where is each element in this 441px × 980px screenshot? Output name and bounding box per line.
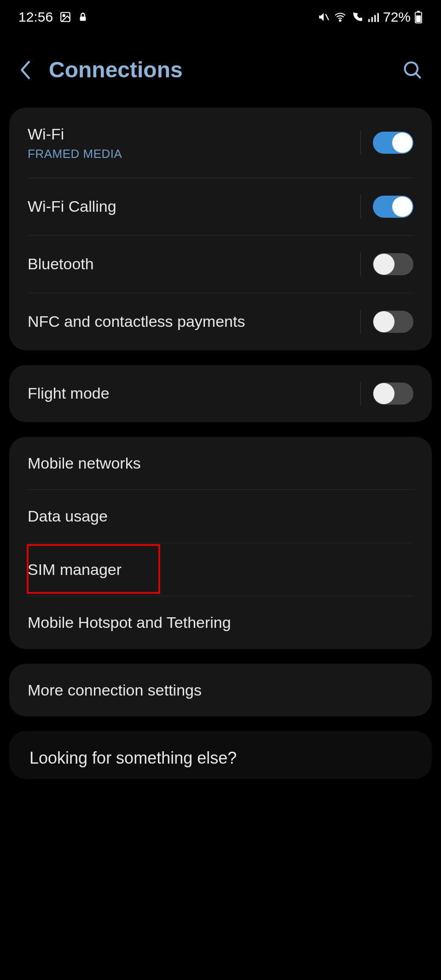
wifi-icon xyxy=(333,11,347,23)
row-label: Data usage xyxy=(28,506,413,526)
signal-icon xyxy=(367,11,379,23)
row-label: SIM manager xyxy=(28,560,413,580)
row-label: Bluetooth xyxy=(28,254,360,274)
row-content: NFC and contactless payments xyxy=(28,312,360,331)
svg-line-3 xyxy=(325,14,329,20)
svg-rect-11 xyxy=(417,11,420,12)
row-sim-manager[interactable]: SIM manager xyxy=(9,543,432,596)
row-hotspot-tethering[interactable]: Mobile Hotspot and Tethering xyxy=(9,596,432,649)
separator xyxy=(360,252,361,276)
svg-point-1 xyxy=(63,15,65,17)
svg-line-13 xyxy=(416,73,420,77)
battery-percent: 72% xyxy=(383,9,411,25)
svg-rect-7 xyxy=(374,15,376,22)
row-label: Wi-Fi Calling xyxy=(28,197,360,216)
status-bar: 12:56 72% xyxy=(0,0,441,32)
row-content: Wi-Fi Calling xyxy=(28,197,360,216)
svg-rect-6 xyxy=(371,17,373,22)
row-content: SIM manager xyxy=(28,560,413,580)
toggle-wifi-calling[interactable] xyxy=(373,196,413,218)
row-content: Wi-Fi FRAMED MEDIA xyxy=(28,124,360,161)
separator xyxy=(360,382,361,406)
toggle-nfc[interactable] xyxy=(373,311,413,333)
separator xyxy=(360,131,361,155)
header: Connections xyxy=(0,32,441,108)
row-content: Mobile Hotspot and Tethering xyxy=(28,613,413,632)
row-mobile-networks[interactable]: Mobile networks xyxy=(9,437,432,490)
row-sublabel: FRAMED MEDIA xyxy=(28,147,360,161)
row-wifi-calling[interactable]: Wi-Fi Calling xyxy=(9,178,432,235)
row-nfc[interactable]: NFC and contactless payments xyxy=(9,293,432,350)
separator xyxy=(360,195,361,219)
row-content: Mobile networks xyxy=(28,453,413,473)
back-button[interactable] xyxy=(18,60,49,80)
svg-rect-5 xyxy=(368,19,370,22)
row-label: NFC and contactless payments xyxy=(28,312,360,331)
svg-rect-2 xyxy=(80,17,86,21)
settings-group: Flight mode xyxy=(9,365,432,422)
row-content: More connection settings xyxy=(28,680,413,700)
svg-point-4 xyxy=(339,20,341,21)
status-right: 72% xyxy=(318,9,423,25)
row-flight-mode[interactable]: Flight mode xyxy=(9,365,432,422)
toggle-wifi[interactable] xyxy=(373,132,413,154)
wifi-calling-icon xyxy=(351,11,364,23)
page-title: Connections xyxy=(49,57,402,82)
row-label: More connection settings xyxy=(28,680,413,700)
row-label: Mobile Hotspot and Tethering xyxy=(28,613,413,632)
mute-icon xyxy=(318,11,330,23)
status-time: 12:56 xyxy=(18,9,53,25)
status-left: 12:56 xyxy=(18,9,88,25)
row-wifi[interactable]: Wi-Fi FRAMED MEDIA xyxy=(9,108,432,178)
settings-group: More connection settings xyxy=(9,664,432,717)
svg-rect-10 xyxy=(416,16,421,23)
row-content: Data usage xyxy=(28,506,413,526)
toggle-bluetooth[interactable] xyxy=(373,253,413,275)
footer-prompt: Looking for something else? xyxy=(9,731,432,779)
toggle-flight-mode[interactable] xyxy=(373,383,413,405)
settings-group: Wi-Fi FRAMED MEDIA Wi-Fi Calling Bluetoo… xyxy=(9,108,432,350)
settings-group: Mobile networks Data usage SIM manager M… xyxy=(9,437,432,649)
row-label: Flight mode xyxy=(28,383,360,403)
row-more-connection-settings[interactable]: More connection settings xyxy=(9,664,432,717)
row-data-usage[interactable]: Data usage xyxy=(9,490,432,543)
svg-rect-8 xyxy=(377,13,379,22)
image-icon xyxy=(59,11,71,23)
row-bluetooth[interactable]: Bluetooth xyxy=(9,236,432,293)
search-button[interactable] xyxy=(402,60,423,80)
separator xyxy=(360,310,361,334)
row-label: Mobile networks xyxy=(28,453,413,473)
row-content: Bluetooth xyxy=(28,254,360,274)
lock-icon xyxy=(78,11,88,23)
row-label: Wi-Fi xyxy=(28,124,360,144)
battery-icon xyxy=(414,11,423,23)
row-content: Flight mode xyxy=(28,383,360,403)
footer-card: Looking for something else? xyxy=(9,731,432,779)
